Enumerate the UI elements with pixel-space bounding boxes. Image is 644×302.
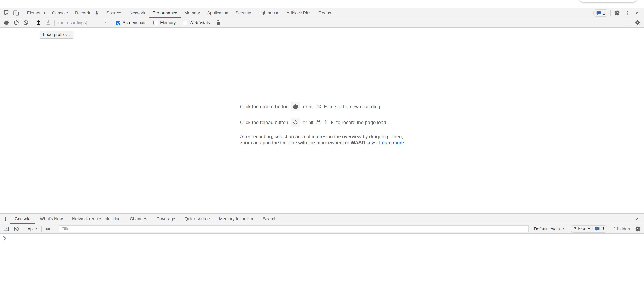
- record-icon: [294, 104, 298, 109]
- tab-performance[interactable]: Performance: [149, 8, 181, 18]
- garbage-collect-button[interactable]: [214, 18, 223, 27]
- clear-console-button[interactable]: [12, 224, 21, 233]
- log-levels-select[interactable]: Default levels ▼: [532, 226, 567, 231]
- tab-elements[interactable]: Elements: [23, 8, 48, 18]
- drawer-more-tools-button[interactable]: [1, 214, 10, 224]
- settings-button[interactable]: [612, 8, 622, 18]
- performance-panel-content: Click the record button or hit ⌘ E to st…: [0, 28, 644, 213]
- console-messages-area[interactable]: [0, 234, 644, 302]
- instruction-text: or hit: [302, 120, 314, 125]
- create-live-expression-button[interactable]: [43, 224, 53, 233]
- cmd-key-glyph: ⌘: [316, 119, 321, 125]
- tab-label: Network request blocking: [72, 216, 120, 221]
- web-vitals-checkbox-group[interactable]: Web Vitals: [182, 20, 210, 25]
- e-key-glyph: E: [324, 104, 327, 109]
- instruction-text: Click the record button: [240, 104, 288, 109]
- drawer-tab-memory-inspector[interactable]: Memory Inspector: [214, 214, 258, 224]
- memory-checkbox-group[interactable]: Memory: [153, 20, 176, 25]
- e-key-glyph: E: [330, 120, 334, 125]
- reload-instruction-row: Click the reload button or hit ⌘ ⇧ E to …: [240, 118, 404, 127]
- drawer-tab-quick-source[interactable]: Quick source: [180, 214, 214, 224]
- tab-sources[interactable]: Sources: [103, 8, 126, 18]
- javascript-context-select[interactable]: top ▼: [25, 226, 39, 231]
- memory-checkbox[interactable]: [153, 20, 158, 25]
- divider: [610, 10, 610, 16]
- tab-adblock-plus[interactable]: Adblock Plus: [283, 8, 315, 18]
- recordings-select-value: (no recordings): [58, 20, 87, 25]
- tab-lighthouse[interactable]: Lighthouse: [254, 8, 283, 18]
- capture-settings-button[interactable]: [633, 18, 642, 27]
- gear-icon: [635, 226, 641, 232]
- paragraph-text: zoom and pan the timeline with the mouse…: [240, 140, 349, 145]
- tab-label: What's New: [40, 216, 63, 221]
- tab-application[interactable]: Application: [204, 8, 232, 18]
- chevron-down-icon: ▼: [104, 21, 107, 24]
- record-button[interactable]: [2, 18, 11, 27]
- beaker-icon: [95, 11, 99, 15]
- show-console-sidebar-button[interactable]: [2, 224, 11, 233]
- kebab-menu-icon: [5, 217, 6, 221]
- tab-console[interactable]: Console: [48, 8, 72, 18]
- recordings-select[interactable]: (no recordings) ▼: [56, 19, 109, 27]
- web-vitals-checkbox[interactable]: [182, 20, 187, 25]
- load-profile-tooltip: Load profile…: [40, 31, 73, 39]
- divider: [54, 226, 55, 232]
- divider: [111, 20, 111, 26]
- issues-icon: [594, 226, 600, 231]
- reload-icon: [13, 20, 19, 26]
- save-profile-button[interactable]: [44, 18, 53, 27]
- close-drawer-button[interactable]: ×: [632, 214, 642, 224]
- divider: [23, 226, 23, 232]
- load-profile-button[interactable]: [34, 18, 43, 27]
- instruction-text: to record the page load.: [336, 120, 388, 125]
- drawer-tab-whats-new[interactable]: What's New: [35, 214, 68, 224]
- tab-label: Adblock Plus: [286, 11, 312, 16]
- main-tabbar: Elements Console Recorder Sources Networ…: [0, 8, 644, 18]
- screenshots-checkbox-group[interactable]: Screenshots: [116, 20, 146, 25]
- reload-and-record-button[interactable]: [12, 18, 21, 27]
- drawer-tab-console[interactable]: Console: [10, 214, 35, 224]
- reload-button-illustration[interactable]: [291, 118, 300, 127]
- divider: [631, 20, 632, 26]
- tab-label: Security: [236, 11, 251, 16]
- console-settings-button[interactable]: [633, 224, 642, 233]
- drawer-tab-changes[interactable]: Changes: [125, 214, 152, 224]
- tab-network[interactable]: Network: [126, 8, 149, 18]
- shift-key-glyph: ⇧: [324, 119, 328, 126]
- issues-counter-button[interactable]: 3: [593, 9, 608, 17]
- device-toolbar-button[interactable]: [12, 8, 21, 18]
- tabbar-right-controls: 3 ×: [593, 8, 644, 18]
- levels-select-value: Default levels: [534, 226, 560, 231]
- tab-memory[interactable]: Memory: [181, 8, 204, 18]
- issues-icon: [596, 11, 601, 16]
- trash-icon: [215, 20, 221, 26]
- drawer-tab-coverage[interactable]: Coverage: [152, 214, 180, 224]
- gear-icon: [614, 10, 620, 16]
- divider: [41, 226, 42, 232]
- console-filter-input[interactable]: [59, 225, 529, 232]
- close-devtools-button[interactable]: ×: [632, 8, 642, 18]
- tab-label: Network: [130, 11, 145, 16]
- console-toolbar: top ▼ Default levels ▼ 3 Issues: 3 1 hid…: [0, 224, 644, 234]
- drawer-tab-search[interactable]: Search: [258, 214, 281, 224]
- record-button-illustration[interactable]: [291, 102, 300, 111]
- issues-count: 3: [602, 226, 604, 231]
- tab-label: Memory: [184, 11, 200, 16]
- tab-label: Application: [207, 11, 228, 16]
- tab-security[interactable]: Security: [232, 8, 254, 18]
- close-icon: ×: [636, 216, 639, 222]
- inspect-element-button[interactable]: [2, 8, 12, 18]
- drawer-tab-network-request-blocking[interactable]: Network request blocking: [68, 214, 125, 224]
- learn-more-link[interactable]: Learn more: [379, 140, 404, 145]
- tab-redux[interactable]: Redux: [315, 8, 334, 18]
- clear-recordings-button[interactable]: [21, 18, 30, 27]
- instruction-text: to start a new recording.: [330, 104, 382, 109]
- more-options-button[interactable]: [622, 8, 632, 18]
- clear-icon: [23, 20, 29, 26]
- screenshots-checkbox[interactable]: [116, 20, 120, 25]
- tab-recorder[interactable]: Recorder: [72, 8, 103, 18]
- divider: [568, 226, 569, 232]
- divider: [609, 226, 609, 232]
- tooltip-text: Load profile…: [43, 32, 70, 37]
- console-issues-button[interactable]: 3 Issues: 3: [571, 225, 607, 232]
